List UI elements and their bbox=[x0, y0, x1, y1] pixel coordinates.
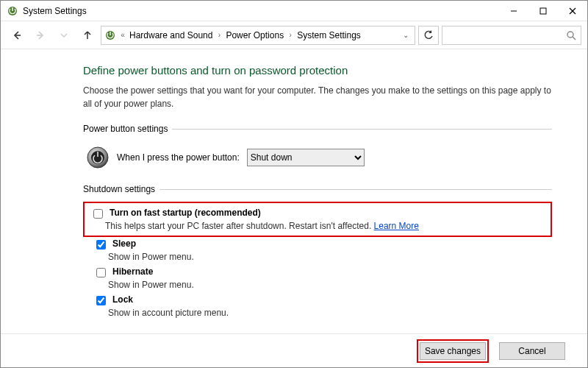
breadcrumb-hardware-and-sound[interactable]: Hardware and Sound bbox=[128, 30, 214, 40]
fast-startup-title: Turn on fast startup (recommended) bbox=[110, 208, 261, 218]
breadcrumb[interactable]: « Hardware and Sound › Power Options › S… bbox=[101, 26, 415, 45]
svg-rect-9 bbox=[110, 32, 110, 35]
toolbar: « Hardware and Sound › Power Options › S… bbox=[1, 21, 587, 49]
power-button-settings-group: Power button settings When I press the p… bbox=[83, 124, 552, 174]
maximize-button[interactable] bbox=[528, 1, 558, 21]
content-area: Define power buttons and turn on passwor… bbox=[1, 49, 587, 333]
sleep-desc: Show in Power menu. bbox=[93, 252, 552, 262]
close-icon bbox=[569, 7, 576, 15]
breadcrumb-root-chev[interactable]: « bbox=[119, 31, 126, 39]
lock-desc: Show in account picture menu. bbox=[93, 308, 552, 318]
chevron-down-icon bbox=[60, 32, 68, 39]
svg-rect-3 bbox=[540, 8, 546, 14]
svg-line-11 bbox=[573, 37, 576, 40]
up-button[interactable] bbox=[77, 25, 98, 46]
page-description: Choose the power settings that you want … bbox=[83, 84, 552, 110]
maximize-icon bbox=[539, 7, 547, 15]
back-button[interactable] bbox=[7, 25, 27, 46]
breadcrumb-label: Hardware and Sound bbox=[129, 30, 212, 40]
breadcrumb-power-options[interactable]: Power Options bbox=[224, 30, 285, 40]
breadcrumb-label: System Settings bbox=[297, 30, 361, 40]
svg-point-10 bbox=[567, 32, 573, 38]
search-box[interactable] bbox=[442, 26, 581, 45]
power-button-label: When I press the power button: bbox=[117, 152, 240, 163]
power-button-settings-legend: Power button settings bbox=[83, 124, 172, 134]
sleep-title: Sleep bbox=[112, 238, 136, 249]
minimize-button[interactable] bbox=[499, 1, 528, 21]
page-title: Define power buttons and turn on passwor… bbox=[83, 64, 552, 77]
highlight-box-fast-startup: Turn on fast startup (recommended) This … bbox=[83, 202, 552, 237]
shutdown-settings-group: Shutdown settings Turn on fast startup (… bbox=[83, 184, 552, 321]
minimize-icon bbox=[510, 7, 517, 15]
search-icon bbox=[566, 30, 576, 40]
power-button-icon bbox=[86, 146, 110, 169]
lock-checkbox[interactable]: Lock bbox=[93, 294, 552, 308]
power-options-icon bbox=[104, 29, 116, 41]
sleep-input[interactable] bbox=[96, 240, 106, 250]
window-title: System Settings bbox=[23, 6, 87, 16]
hibernate-input[interactable] bbox=[96, 268, 106, 277]
footer: Save changes Cancel bbox=[1, 333, 587, 367]
sleep-checkbox[interactable]: Sleep bbox=[93, 238, 552, 252]
forward-button[interactable] bbox=[30, 25, 51, 46]
up-arrow-icon bbox=[82, 29, 93, 41]
lock-input[interactable] bbox=[96, 296, 106, 305]
recent-locations-button[interactable] bbox=[54, 25, 74, 46]
cancel-button[interactable]: Cancel bbox=[499, 342, 565, 360]
fast-startup-input[interactable] bbox=[93, 209, 103, 219]
svg-rect-14 bbox=[97, 152, 98, 157]
refresh-button[interactable] bbox=[418, 26, 439, 45]
close-button[interactable] bbox=[558, 1, 587, 21]
forward-arrow-icon bbox=[35, 29, 46, 41]
learn-more-link[interactable]: Learn More bbox=[374, 221, 419, 231]
chevron-down-icon[interactable]: ⌄ bbox=[400, 31, 412, 39]
shutdown-settings-legend: Shutdown settings bbox=[83, 184, 159, 194]
save-changes-button[interactable]: Save changes bbox=[420, 342, 486, 360]
power-button-action-select[interactable]: Shut down bbox=[247, 149, 365, 166]
lock-title: Lock bbox=[112, 294, 133, 305]
back-arrow-icon bbox=[11, 29, 23, 41]
chevron-right-icon[interactable]: › bbox=[287, 31, 294, 39]
breadcrumb-system-settings[interactable]: System Settings bbox=[295, 30, 362, 40]
refresh-icon bbox=[423, 30, 434, 40]
chevron-right-icon[interactable]: › bbox=[215, 31, 223, 39]
search-input[interactable] bbox=[447, 29, 566, 41]
fast-startup-checkbox[interactable]: Turn on fast startup (recommended) bbox=[90, 208, 545, 221]
breadcrumb-label: Power Options bbox=[226, 30, 284, 40]
hibernate-desc: Show in Power menu. bbox=[93, 280, 552, 290]
fast-startup-desc: This helps start your PC faster after sh… bbox=[105, 221, 371, 231]
svg-rect-1 bbox=[12, 7, 12, 11]
highlight-box-save: Save changes bbox=[417, 339, 489, 363]
hibernate-checkbox[interactable]: Hibernate bbox=[93, 266, 552, 280]
power-options-icon bbox=[7, 5, 18, 17]
titlebar: System Settings bbox=[1, 1, 587, 21]
hibernate-title: Hibernate bbox=[112, 266, 153, 277]
